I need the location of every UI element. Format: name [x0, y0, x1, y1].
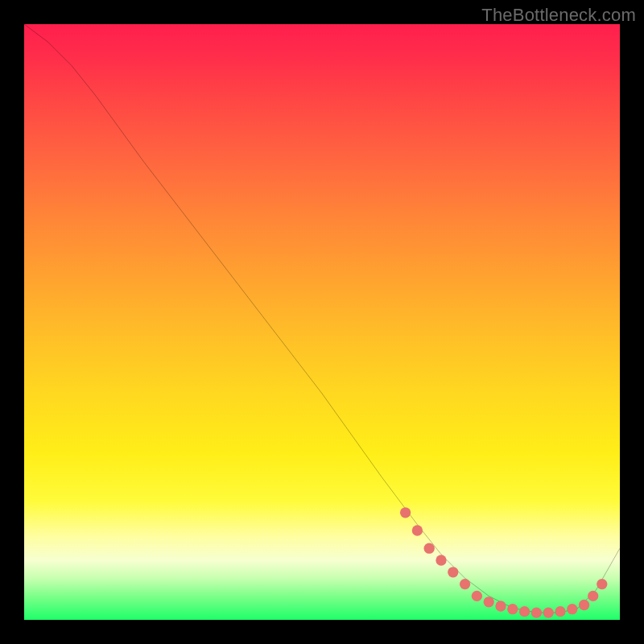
highlight-dot — [579, 600, 589, 610]
highlight-dot — [495, 601, 506, 611]
highlight-dot — [460, 579, 470, 589]
highlight-dot — [507, 604, 518, 614]
highlight-dots — [400, 507, 608, 618]
highlight-dot — [567, 604, 577, 614]
highlight-dot — [448, 567, 458, 577]
highlight-dot — [555, 606, 565, 617]
dots-layer — [24, 24, 620, 620]
highlight-dot — [543, 607, 554, 617]
highlight-dot — [472, 591, 482, 601]
highlight-dot — [597, 579, 607, 589]
highlight-dot — [531, 607, 542, 617]
highlight-dot — [436, 555, 446, 565]
highlight-dot — [588, 591, 598, 601]
highlight-dot — [424, 543, 435, 554]
highlight-dot — [400, 507, 411, 518]
plot-area — [24, 24, 620, 620]
highlight-dot — [484, 597, 494, 607]
highlight-dot — [412, 525, 423, 535]
chart-frame: TheBottleneck.com — [0, 0, 644, 644]
highlight-dot — [519, 606, 530, 617]
watermark-text: TheBottleneck.com — [481, 5, 636, 26]
